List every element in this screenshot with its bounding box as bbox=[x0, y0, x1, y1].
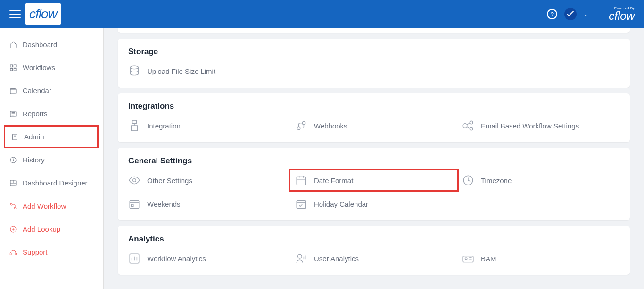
svg-point-28 bbox=[297, 127, 300, 130]
card-storage: Storage Upload File Size Limit bbox=[118, 39, 630, 88]
setting-upload-file-size-limit[interactable]: Upload File Size Limit bbox=[128, 65, 286, 77]
svg-rect-23 bbox=[15, 253, 17, 255]
setting-other-settings[interactable]: Other Settings bbox=[128, 174, 286, 186]
svg-point-24 bbox=[130, 66, 138, 69]
setting-email-workflow[interactable]: Email Based Workflow Settings bbox=[462, 120, 619, 132]
date-icon bbox=[295, 174, 307, 186]
weekends-icon bbox=[128, 198, 140, 210]
svg-point-18 bbox=[14, 207, 16, 209]
setting-label: Integration bbox=[147, 122, 181, 130]
integration-icon bbox=[128, 120, 140, 132]
powered-by: Powered By cflow bbox=[609, 7, 635, 22]
sidebar-item-label: Add Lookup bbox=[23, 225, 60, 233]
email-workflow-icon bbox=[462, 120, 474, 132]
admin-icon bbox=[11, 133, 18, 141]
sidebar-item-label: Workflows bbox=[23, 64, 55, 72]
setting-workflow-analytics[interactable]: Workflow Analytics bbox=[128, 252, 286, 265]
svg-rect-46 bbox=[132, 204, 133, 206]
setting-timezone[interactable]: Timezone bbox=[462, 174, 619, 186]
history-icon bbox=[9, 156, 17, 164]
svg-rect-4 bbox=[10, 88, 16, 94]
svg-rect-26 bbox=[132, 126, 138, 131]
user-avatar[interactable] bbox=[564, 8, 577, 20]
setting-label: BAM bbox=[481, 255, 496, 263]
sidebar-item-label: Calendar bbox=[23, 87, 51, 95]
svg-rect-0 bbox=[10, 65, 13, 67]
svg-rect-25 bbox=[132, 120, 137, 124]
svg-rect-2 bbox=[10, 68, 13, 71]
grid-icon bbox=[9, 64, 17, 72]
svg-point-57 bbox=[465, 258, 467, 260]
clock-icon bbox=[462, 174, 474, 186]
app-logo[interactable]: cflow bbox=[25, 3, 61, 25]
hamburger-menu-icon[interactable] bbox=[9, 10, 21, 18]
database-icon bbox=[128, 65, 140, 77]
card-top-spacer bbox=[118, 28, 630, 33]
bam-icon bbox=[462, 252, 474, 265]
svg-point-53 bbox=[297, 254, 302, 258]
svg-rect-56 bbox=[463, 256, 473, 262]
card-title: General Settings bbox=[128, 156, 619, 166]
sidebar-item-dashboard[interactable]: Dashboard bbox=[0, 33, 103, 56]
holiday-icon bbox=[295, 198, 307, 210]
svg-rect-36 bbox=[297, 177, 306, 185]
sidebar-item-label: Add Workflow bbox=[23, 202, 66, 210]
user-analytics-icon bbox=[295, 252, 307, 265]
sidebar-item-calendar[interactable]: Calendar bbox=[0, 79, 103, 102]
setting-label: Timezone bbox=[481, 177, 512, 185]
setting-label: User Analytics bbox=[314, 255, 359, 263]
svg-point-29 bbox=[302, 121, 305, 125]
card-general-settings: General Settings Other Settings Date For… bbox=[118, 148, 630, 220]
designer-icon bbox=[9, 179, 17, 187]
support-icon bbox=[9, 249, 17, 256]
setting-label: Weekends bbox=[147, 200, 181, 208]
setting-label: Date Format bbox=[314, 177, 353, 185]
sidebar-item-admin[interactable]: Admin bbox=[4, 125, 99, 148]
eye-icon bbox=[128, 174, 140, 186]
sidebar-item-history[interactable]: History bbox=[0, 148, 103, 171]
svg-rect-3 bbox=[14, 68, 16, 71]
card-analytics: Analytics Workflow Analytics User Analyt… bbox=[118, 226, 630, 275]
setting-date-format[interactable]: Date Format bbox=[289, 169, 459, 192]
card-title: Integrations bbox=[128, 102, 619, 111]
home-icon bbox=[9, 41, 17, 48]
sidebar-item-label: Dashboard bbox=[23, 40, 57, 48]
setting-label: Workflow Analytics bbox=[147, 255, 206, 263]
svg-line-34 bbox=[467, 127, 470, 128]
sidebar-action-support[interactable]: Support bbox=[0, 241, 103, 264]
svg-point-31 bbox=[470, 121, 473, 124]
sidebar-item-label: Admin bbox=[24, 133, 44, 141]
header-left: cflow bbox=[9, 3, 61, 25]
header-right: ? ⌄ Powered By cflow bbox=[547, 7, 635, 22]
sidebar-item-dashboard-designer[interactable]: Dashboard Designer bbox=[0, 171, 103, 194]
sidebar-action-add-lookup[interactable]: Add Lookup bbox=[0, 217, 103, 241]
setting-label: Email Based Workflow Settings bbox=[481, 122, 579, 130]
setting-weekends[interactable]: Weekends bbox=[128, 198, 286, 210]
sidebar-action-add-workflow[interactable]: Add Workflow bbox=[0, 194, 103, 217]
sidebar: Dashboard Workflows Calendar Reports Adm… bbox=[0, 28, 104, 289]
setting-label: Webhooks bbox=[314, 122, 347, 130]
help-icon[interactable]: ? bbox=[547, 9, 557, 19]
chevron-down-icon[interactable]: ⌄ bbox=[584, 12, 587, 17]
add-lookup-icon bbox=[9, 225, 17, 233]
setting-bam[interactable]: BAM bbox=[462, 252, 619, 265]
setting-holiday-calendar[interactable]: Holiday Calendar bbox=[295, 198, 453, 210]
svg-point-30 bbox=[463, 124, 467, 128]
sidebar-item-label: Support bbox=[23, 248, 48, 256]
card-integrations: Integrations Integration Webhooks Email … bbox=[118, 93, 630, 142]
sidebar-item-label: Reports bbox=[23, 110, 48, 118]
svg-rect-47 bbox=[297, 200, 306, 208]
svg-line-33 bbox=[467, 123, 470, 125]
svg-point-32 bbox=[470, 127, 473, 130]
sidebar-item-label: History bbox=[23, 156, 45, 164]
chart-icon bbox=[128, 252, 140, 265]
svg-rect-22 bbox=[10, 253, 11, 255]
setting-user-analytics[interactable]: User Analytics bbox=[295, 252, 453, 265]
reports-icon bbox=[9, 110, 17, 118]
sidebar-item-workflows[interactable]: Workflows bbox=[0, 56, 103, 79]
setting-integration[interactable]: Integration bbox=[128, 120, 286, 132]
setting-label: Holiday Calendar bbox=[314, 200, 368, 208]
webhooks-icon bbox=[295, 120, 307, 132]
setting-webhooks[interactable]: Webhooks bbox=[295, 120, 453, 132]
sidebar-item-reports[interactable]: Reports bbox=[0, 102, 103, 125]
